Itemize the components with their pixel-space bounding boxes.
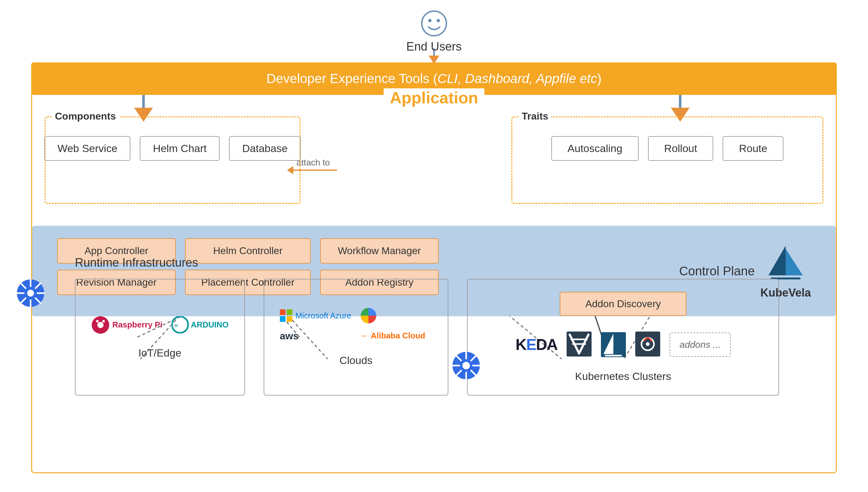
trait-rollout: Rollout xyxy=(648,136,714,161)
arduino-icon: ∞ xyxy=(172,316,189,334)
iot-box: Raspberry Pi ∞ ARDUINO IoT/Edge xyxy=(75,279,245,396)
aws-logo: aws xyxy=(280,330,351,342)
clouds-label: Clouds xyxy=(339,354,372,367)
runtime-boxes: Raspberry Pi ∞ ARDUINO IoT/Edge xyxy=(75,279,856,396)
svg-rect-41 xyxy=(280,316,286,322)
addons-dots-box: addons ... xyxy=(669,333,731,357)
azure-text: Microsoft Azure xyxy=(295,311,351,321)
k8s-cluster-box: Addon Discovery KEDA xyxy=(467,279,779,396)
iot-logos: Raspberry Pi ∞ ARDUINO xyxy=(91,316,229,334)
end-users-icon xyxy=(420,9,448,38)
clouds-box: Microsoft Azure aws ← Alibaba Cloud xyxy=(264,279,448,396)
azure-icon xyxy=(280,310,292,322)
arduino-logo: ∞ ARDUINO xyxy=(172,316,228,334)
alibaba-text: ← Alibaba Cloud xyxy=(361,331,425,340)
application-title: Application xyxy=(384,88,484,107)
svg-point-44 xyxy=(463,362,470,369)
iot-label: IoT/Edge xyxy=(138,347,181,359)
argo-icon xyxy=(635,331,660,356)
traits-items: Autoscaling Rollout Route xyxy=(512,117,822,167)
svg-rect-39 xyxy=(280,310,286,315)
argo-logo xyxy=(635,331,660,358)
svg-point-34 xyxy=(97,322,104,328)
istio-logo xyxy=(601,332,626,357)
svg-point-18 xyxy=(428,19,431,23)
istio-icon xyxy=(601,332,626,357)
raspberry-pi-icon xyxy=(91,316,110,334)
cloud-logos: Microsoft Azure aws ← Alibaba Cloud xyxy=(280,308,432,342)
svg-point-19 xyxy=(437,19,440,23)
svg-point-17 xyxy=(422,11,446,35)
components-label: Components xyxy=(52,110,119,122)
dev-exp-bar-text: Developer Experience Tools (CLI, Dashboa… xyxy=(266,71,602,86)
keda-text: KEDA xyxy=(516,336,557,353)
k8s-logos: KEDA xyxy=(516,331,730,358)
keda-logo: KEDA xyxy=(516,336,557,354)
component-web-service: Web Service xyxy=(44,136,130,161)
component-database: Database xyxy=(229,136,301,161)
runtime-title: Runtime Infrastructures xyxy=(75,256,856,269)
raspberry-pi-logo: Raspberry Pi xyxy=(91,316,162,334)
svg-rect-40 xyxy=(287,310,292,315)
svg-point-35 xyxy=(96,320,99,322)
component-helm-chart: Helm Chart xyxy=(140,136,220,161)
svg-text:∞: ∞ xyxy=(174,322,178,328)
raspberry-pi-text: Raspberry Pi xyxy=(112,320,162,330)
traits-box: Traits Autoscaling Rollout Route xyxy=(511,117,823,204)
azure-logo: Microsoft Azure xyxy=(280,310,351,322)
trait-route: Route xyxy=(722,136,784,161)
svg-point-36 xyxy=(102,320,105,322)
k8s-label: Kubernetes Clusters xyxy=(575,370,671,383)
end-users-label: End Users xyxy=(406,40,462,53)
addons-dots-text: addons ... xyxy=(680,339,721,350)
traits-label: Traits xyxy=(519,110,551,122)
velero-logo xyxy=(567,331,591,358)
runtime-section: Runtime Infrastructures Raspberry Pi xyxy=(12,256,856,396)
components-items: Web Service Helm Chart Database xyxy=(46,117,299,167)
svg-rect-42 xyxy=(287,316,292,322)
addon-discovery-bar: Addon Discovery xyxy=(560,292,686,316)
arduino-text: ARDUINO xyxy=(191,320,228,330)
alibaba-logo: ← Alibaba Cloud xyxy=(361,331,432,341)
trait-autoscaling: Autoscaling xyxy=(551,136,639,161)
k8s-cluster-icon xyxy=(450,350,482,383)
velero-icon xyxy=(567,331,591,356)
svg-point-63 xyxy=(646,342,650,346)
end-users-section: End Users xyxy=(406,9,462,53)
gcp-icon xyxy=(361,308,376,323)
gcp-logo xyxy=(361,308,432,323)
aws-text: aws xyxy=(280,330,298,342)
components-box: Components Web Service Helm Chart Databa… xyxy=(45,117,300,204)
